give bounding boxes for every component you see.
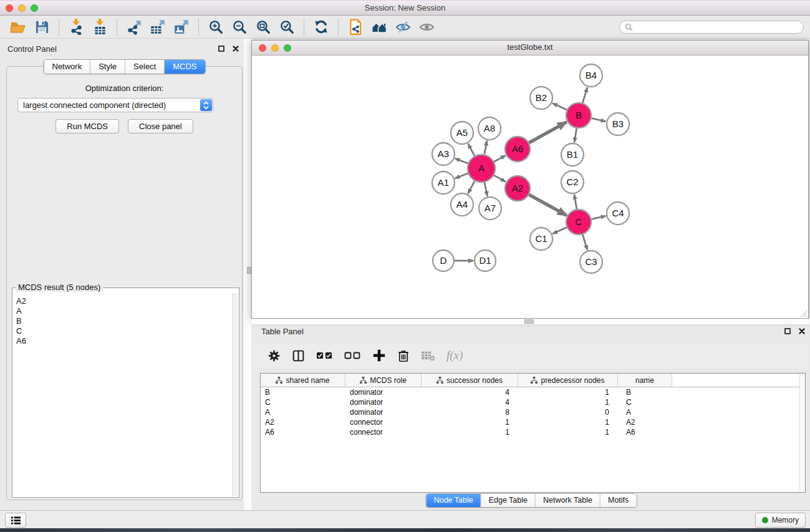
graph-edge-A6-B[interactable] bbox=[529, 122, 566, 143]
table-cell[interactable]: 8 bbox=[422, 408, 518, 417]
show-panels-button[interactable] bbox=[5, 513, 26, 528]
criterion-select[interactable]: largest connected component (directed) bbox=[17, 98, 213, 112]
show-column-button[interactable] bbox=[292, 349, 305, 362]
tab-style[interactable]: Style bbox=[90, 60, 125, 74]
table-row[interactable]: Bdominator41B bbox=[261, 387, 805, 397]
graph-edge-A-A1[interactable] bbox=[455, 173, 468, 178]
column-header-name[interactable]: name bbox=[618, 374, 672, 387]
table-cell[interactable]: A2 bbox=[261, 418, 345, 427]
graph-node-B4[interactable]: B4 bbox=[580, 64, 602, 87]
graph-node-D[interactable]: D bbox=[433, 250, 454, 271]
tab-node-table[interactable]: Node Table bbox=[427, 494, 481, 507]
zoom-selected-button[interactable] bbox=[275, 17, 299, 37]
tab-mcds[interactable]: MCDS bbox=[164, 60, 205, 74]
table-cell[interactable]: connector bbox=[345, 418, 422, 427]
table-cell[interactable]: 1 bbox=[518, 418, 618, 427]
table-cell[interactable]: C bbox=[618, 398, 672, 407]
close-network-window-button[interactable] bbox=[259, 44, 266, 52]
graph-edge-A-A8[interactable] bbox=[485, 141, 487, 155]
float-panel-icon[interactable] bbox=[218, 46, 224, 52]
table-cell[interactable]: 1 bbox=[518, 398, 618, 407]
graph-edge-A-A5[interactable] bbox=[468, 144, 475, 156]
import-table-button[interactable] bbox=[88, 17, 112, 37]
tab-network-table[interactable]: Network Table bbox=[535, 494, 600, 507]
table-cell[interactable]: A2 bbox=[618, 418, 672, 427]
graph-node-B3[interactable]: B3 bbox=[607, 113, 629, 135]
graph-node-A2[interactable]: A2 bbox=[505, 176, 530, 201]
minimize-window-button[interactable] bbox=[18, 4, 26, 12]
select-all-rows-button[interactable] bbox=[316, 352, 333, 359]
search-input[interactable] bbox=[636, 22, 798, 32]
zoom-out-button[interactable] bbox=[228, 17, 251, 37]
graph-node-C3[interactable]: C3 bbox=[580, 251, 602, 273]
close-panel-icon[interactable] bbox=[799, 328, 805, 334]
table-row[interactable]: A6connector11A6 bbox=[261, 427, 805, 437]
deselect-all-rows-button[interactable] bbox=[344, 352, 361, 359]
table-cell[interactable]: 1 bbox=[518, 388, 618, 397]
graph-edge-B-B4[interactable] bbox=[582, 87, 587, 103]
table-cell[interactable]: B bbox=[261, 388, 345, 397]
table-cell[interactable]: A6 bbox=[261, 428, 345, 437]
memory-button[interactable]: Memory bbox=[755, 513, 806, 528]
minimize-network-window-button[interactable] bbox=[271, 44, 279, 52]
graph-node-B1[interactable]: B1 bbox=[561, 143, 584, 166]
apply-layout-button[interactable] bbox=[309, 17, 333, 37]
table-row[interactable]: Adominator80A bbox=[261, 407, 805, 417]
vertical-splitter[interactable] bbox=[244, 39, 251, 510]
graph-node-B[interactable]: B bbox=[566, 103, 591, 128]
zoom-window-button[interactable] bbox=[31, 4, 38, 12]
column-header-mcds-role[interactable]: MCDS role bbox=[345, 374, 422, 387]
graph-edge-A-A4[interactable] bbox=[468, 181, 475, 193]
table-row[interactable]: Cdominator41C bbox=[261, 397, 805, 407]
tab-select[interactable]: Select bbox=[125, 60, 164, 74]
graph-edge-A2-C[interactable] bbox=[529, 195, 566, 215]
new-network-from-selection-button[interactable] bbox=[344, 17, 367, 37]
table-cell[interactable]: 1 bbox=[422, 418, 518, 427]
export-network-button[interactable] bbox=[122, 17, 146, 37]
graph-node-A5[interactable]: A5 bbox=[451, 122, 473, 144]
table-cell[interactable]: A6 bbox=[618, 428, 672, 437]
export-table-button[interactable] bbox=[146, 17, 170, 37]
mcds-result-item[interactable]: A bbox=[14, 306, 238, 316]
tab-edge-table[interactable]: Edge Table bbox=[481, 494, 535, 507]
table-cell[interactable]: A bbox=[261, 408, 345, 417]
graph-node-A4[interactable]: A4 bbox=[451, 193, 473, 216]
table-cell[interactable]: 1 bbox=[518, 428, 618, 437]
table-row[interactable]: A2connector11A2 bbox=[261, 417, 805, 427]
graph-node-A6[interactable]: A6 bbox=[505, 137, 530, 162]
graph-edge-A-A3[interactable] bbox=[455, 158, 468, 163]
network-graph-canvas[interactable]: B4B2BB3A5A8A6B1A3AA1C2A2A4A7CC4C1C3DD1 bbox=[252, 56, 808, 318]
column-header-predecessor-nodes[interactable]: predecessor nodes bbox=[518, 374, 618, 387]
run-mcds-button[interactable]: Run MCDS bbox=[55, 119, 119, 133]
graph-edge-C-C3[interactable] bbox=[582, 235, 587, 250]
table-cell[interactable]: 4 bbox=[422, 398, 518, 407]
mcds-result-item[interactable]: A2 bbox=[14, 296, 238, 306]
graph-node-C1[interactable]: C1 bbox=[530, 228, 552, 250]
graph-edge-A-A6[interactable] bbox=[494, 155, 505, 162]
column-header-successor-nodes[interactable]: successor nodes bbox=[422, 374, 518, 387]
resize-grip-icon[interactable] bbox=[799, 309, 808, 317]
table-cell[interactable]: C bbox=[261, 398, 345, 407]
graph-edge-A-A7[interactable] bbox=[485, 183, 488, 196]
table-scrollbar[interactable] bbox=[799, 374, 805, 492]
table-cell[interactable]: 0 bbox=[518, 408, 618, 417]
table-settings-button[interactable] bbox=[268, 349, 281, 362]
tab-network[interactable]: Network bbox=[44, 60, 90, 74]
zoom-fit-button[interactable] bbox=[251, 17, 275, 37]
save-session-button[interactable] bbox=[30, 17, 54, 37]
graph-edge-B-B3[interactable] bbox=[592, 118, 606, 122]
table-cell[interactable]: dominator bbox=[345, 388, 422, 397]
graph-edge-B-B1[interactable] bbox=[574, 128, 577, 143]
network-window-titlebar[interactable]: testGlobe.txt bbox=[252, 41, 808, 56]
table-cell[interactable]: B bbox=[618, 388, 672, 397]
table-cell[interactable]: dominator bbox=[345, 398, 422, 407]
hide-selected-button[interactable] bbox=[391, 17, 415, 37]
mcds-result-item[interactable]: C bbox=[14, 326, 238, 336]
graph-edge-A-A2[interactable] bbox=[494, 175, 506, 181]
close-panel-icon[interactable] bbox=[233, 46, 239, 52]
graph-node-C2[interactable]: C2 bbox=[561, 171, 584, 193]
zoom-network-window-button[interactable] bbox=[284, 44, 291, 52]
result-list-scrollbar[interactable] bbox=[232, 293, 238, 496]
graph-node-C4[interactable]: C4 bbox=[607, 202, 629, 225]
table-cell[interactable]: dominator bbox=[345, 408, 422, 417]
